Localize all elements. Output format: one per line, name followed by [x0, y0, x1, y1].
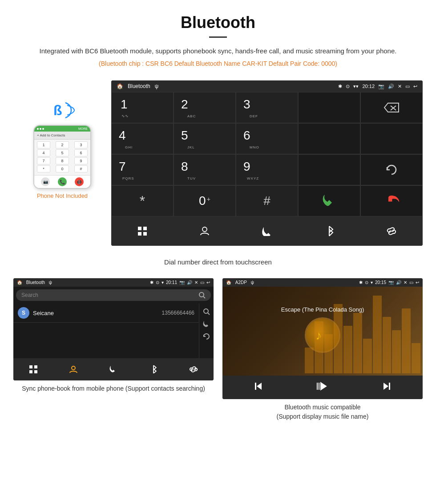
- phone-key-5[interactable]: 5: [56, 149, 69, 156]
- pb-phone-right-icon[interactable]: [203, 320, 210, 328]
- music-home-icon[interactable]: 🏠: [226, 280, 231, 285]
- dial-empty-2: [360, 123, 423, 154]
- phone-key-4[interactable]: 4: [37, 149, 50, 156]
- page-title: Bluetooth: [27, 13, 409, 32]
- dialpad-nav: [111, 216, 423, 246]
- nav-dialpad[interactable]: [236, 220, 298, 242]
- music-vol-icon[interactable]: 🔊: [396, 280, 401, 285]
- music-back-icon[interactable]: ↩: [416, 280, 419, 285]
- music-cam-icon[interactable]: 📷: [388, 280, 394, 285]
- nav-bluetooth[interactable]: [298, 220, 360, 242]
- phone-key-6[interactable]: 6: [74, 149, 88, 156]
- pb-win-icon[interactable]: ▭: [200, 280, 204, 285]
- dial-key-8[interactable]: 8 TUV: [174, 154, 236, 185]
- phone-camera-btn[interactable]: 📷: [41, 177, 50, 186]
- bottom-screens: 🏠 Bluetooth ψ ✱ ⊙ ▾ 20:11 📷 🔊 ✕ ▭ ↩: [0, 278, 436, 421]
- dial-backspace[interactable]: [360, 92, 423, 123]
- pb-contact-name: Seicane: [33, 310, 158, 316]
- home-icon[interactable]: 🏠: [117, 83, 123, 89]
- music-background: Escape (The Pina Colada Song) ♪: [222, 287, 423, 376]
- pb-vol-icon[interactable]: 🔊: [187, 280, 192, 285]
- phone-top-label: MORE: [78, 127, 88, 130]
- phone-key-9[interactable]: 9: [74, 157, 88, 164]
- pb-x-icon[interactable]: ✕: [194, 280, 198, 285]
- svg-line-11: [203, 296, 205, 298]
- phone-dialpad-row: * 0 #: [37, 165, 88, 172]
- nav-grid[interactable]: [111, 220, 174, 242]
- statusbar-left: 🏠 Bluetooth ψ: [117, 83, 158, 89]
- dial-key-2[interactable]: 2 ABC: [174, 92, 236, 123]
- search-icon[interactable]: [198, 292, 206, 299]
- location-icon: ⊙: [346, 84, 350, 89]
- eq-bar: [402, 308, 411, 373]
- music-prev-btn[interactable]: [253, 381, 264, 394]
- pb-list: S Seicane 13566664466: [13, 304, 199, 358]
- dial-key-star[interactable]: *: [111, 185, 174, 216]
- phone-key-8[interactable]: 8: [56, 157, 69, 164]
- dial-refresh[interactable]: [360, 154, 423, 185]
- dial-key-1[interactable]: 1 ∿∿: [111, 92, 174, 123]
- nav-contacts[interactable]: [174, 220, 236, 242]
- svg-rect-4: [138, 227, 141, 230]
- pb-cam-icon[interactable]: 📷: [179, 280, 185, 285]
- pb-nav-link[interactable]: [174, 361, 214, 378]
- camera-icon[interactable]: 📷: [378, 84, 384, 89]
- pb-contact-row[interactable]: S Seicane 13566664466: [13, 304, 199, 323]
- dial-key-hash[interactable]: #: [236, 185, 298, 216]
- volume-icon[interactable]: 🔊: [388, 84, 394, 89]
- pb-refresh-right-icon[interactable]: [203, 333, 210, 340]
- music-play-pause-btn[interactable]: [316, 380, 329, 395]
- eq-bar: [315, 321, 323, 373]
- music-controls: [222, 376, 423, 399]
- phone-dialpad: 1 2 3 4 5 6 7 8 9 * 0 #: [34, 140, 90, 175]
- pb-time: 20:11: [166, 280, 177, 285]
- phone-key-3[interactable]: 3: [74, 141, 88, 148]
- dial-key-3[interactable]: 3 DEF: [236, 92, 298, 123]
- music-x-icon[interactable]: ✕: [404, 280, 407, 285]
- music-win-icon[interactable]: ▭: [409, 280, 413, 285]
- pb-body: S Seicane 13566664466: [13, 304, 214, 358]
- phone-key-star[interactable]: *: [37, 165, 50, 172]
- phone-key-1[interactable]: 1: [37, 141, 50, 148]
- pb-signal: ▾: [161, 280, 164, 285]
- pb-right-icons: [199, 304, 214, 358]
- phone-key-hash[interactable]: #: [74, 165, 88, 172]
- dial-key-5[interactable]: 5 JKL: [174, 123, 236, 154]
- pb-status-left: 🏠 Bluetooth ψ: [17, 280, 52, 285]
- dial-key-6[interactable]: 6 MNO: [236, 123, 298, 154]
- close-icon[interactable]: ✕: [398, 84, 402, 89]
- pb-loc-icon: ⊙: [156, 280, 159, 285]
- dial-key-0[interactable]: 0 +: [174, 185, 236, 216]
- music-time: 20:15: [375, 280, 386, 285]
- back-icon[interactable]: ↩: [413, 84, 417, 89]
- phone-dialpad-row: 7 8 9: [37, 157, 88, 164]
- dial-call-green[interactable]: [298, 185, 360, 216]
- phone-call-btn[interactable]: 📞: [58, 177, 67, 186]
- pb-nav-phone[interactable]: [93, 361, 133, 378]
- phone-add-contact: + Add to Contacts: [34, 132, 90, 140]
- signal-icon: ▾▾: [353, 84, 359, 89]
- pb-back-icon[interactable]: ↩: [206, 280, 210, 285]
- phone-key-0[interactable]: 0: [56, 165, 69, 172]
- pb-search-right-icon[interactable]: [203, 308, 210, 315]
- music-loc-icon: ⊙: [365, 280, 368, 285]
- dial-key-9[interactable]: 9 WXYZ: [236, 154, 298, 185]
- pb-nav-bt[interactable]: [133, 361, 174, 378]
- svg-rect-16: [29, 370, 32, 373]
- svg-rect-5: [143, 227, 147, 230]
- phone-endcall-btn[interactable]: 📵: [75, 177, 84, 186]
- window-icon[interactable]: ▭: [405, 84, 410, 89]
- phone-key-7[interactable]: 7: [37, 157, 50, 164]
- dial-key-4[interactable]: 4 GHI: [111, 123, 174, 154]
- pb-nav-grid[interactable]: [13, 361, 53, 378]
- dial-call-red[interactable]: [360, 185, 423, 216]
- music-next-btn[interactable]: [381, 381, 392, 394]
- phonebook-wrap: 🏠 Bluetooth ψ ✱ ⊙ ▾ 20:11 📷 🔊 ✕ ▭ ↩: [13, 278, 214, 421]
- pb-home-icon[interactable]: 🏠: [17, 280, 22, 285]
- nav-link[interactable]: [360, 220, 423, 242]
- phone-key-2[interactable]: 2: [56, 141, 69, 148]
- svg-rect-7: [143, 232, 147, 236]
- dial-key-7[interactable]: 7 PQRS: [111, 154, 174, 185]
- pb-nav-contacts[interactable]: [53, 361, 93, 378]
- dialpad-grid: 1 ∿∿ 2 ABC 3 DEF: [111, 92, 423, 216]
